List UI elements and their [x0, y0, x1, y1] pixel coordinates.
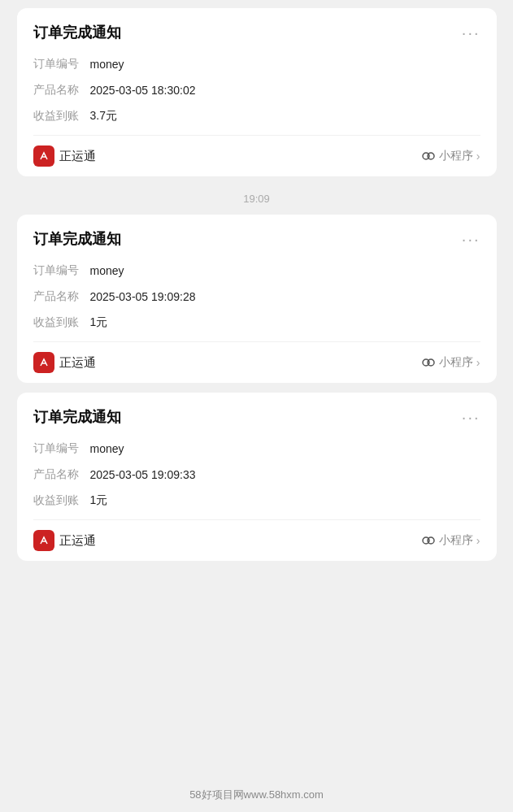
value-product-name-1: 2025-03-05 18:30:02: [90, 84, 196, 97]
label-order-id-1: 订单编号: [33, 57, 90, 72]
brand-section-3: 正运通: [33, 530, 96, 551]
label-income-3: 收益到账: [33, 493, 90, 508]
svg-point-5: [428, 359, 434, 366]
row-product-name-2: 产品名称 2025-03-05 19:09:28: [33, 289, 480, 304]
value-income-1: 3.7元: [90, 109, 117, 124]
mini-program-icon-2: [421, 355, 436, 370]
row-order-id-1: 订单编号 money: [33, 57, 480, 72]
value-income-3: 1元: [90, 493, 108, 508]
more-button-3[interactable]: ···: [462, 408, 480, 427]
card-header-3: 订单完成通知 ···: [33, 407, 480, 427]
notification-card-3: 订单完成通知 ··· 订单编号 money 产品名称 2025-03-05 19…: [17, 393, 497, 561]
mini-program-icon-1: [421, 149, 436, 163]
row-order-id-2: 订单编号 money: [33, 263, 480, 278]
row-income-1: 收益到账 3.7元: [33, 109, 480, 124]
brand-name-3: 正运通: [59, 533, 96, 549]
card-footer-3: 正运通 小程序 ›: [33, 519, 480, 561]
card-footer-2: 正运通 小程序 ›: [33, 341, 480, 383]
label-order-id-2: 订单编号: [33, 263, 90, 278]
row-income-2: 收益到账 1元: [33, 315, 480, 330]
mini-program-link-3[interactable]: 小程序 ›: [421, 533, 480, 548]
value-order-id-2: money: [90, 264, 124, 277]
mini-program-icon-3: [421, 533, 436, 548]
label-product-name-1: 产品名称: [33, 83, 90, 98]
value-product-name-3: 2025-03-05 19:09:33: [90, 468, 196, 481]
row-income-3: 收益到账 1元: [33, 493, 480, 508]
value-income-2: 1元: [90, 315, 108, 330]
chevron-right-icon-3: ›: [476, 534, 480, 547]
more-button-2[interactable]: ···: [462, 230, 480, 249]
notification-card-2: 订单完成通知 ··· 订单编号 money 产品名称 2025-03-05 19…: [17, 215, 497, 383]
brand-logo-1: [33, 145, 54, 167]
card-title-2: 订单完成通知: [33, 229, 121, 249]
card-footer-1: 正运通 小程序 ›: [33, 135, 480, 176]
watermark: 58好项目网www.58hxm.com: [0, 784, 513, 805]
mini-program-label-3: 小程序: [439, 533, 473, 548]
label-income-1: 收益到账: [33, 109, 90, 124]
card-title-1: 订单完成通知: [33, 23, 121, 42]
svg-point-2: [428, 153, 434, 159]
brand-logo-3: [33, 530, 54, 551]
chevron-right-icon-1: ›: [476, 150, 480, 163]
mini-program-link-2[interactable]: 小程序 ›: [421, 355, 480, 370]
label-income-2: 收益到账: [33, 315, 90, 330]
mini-program-label-1: 小程序: [439, 149, 473, 163]
timestamp-divider: 19:09: [243, 193, 270, 205]
label-order-id-3: 订单编号: [33, 441, 90, 456]
notification-card-1: 订单完成通知 ··· 订单编号 money 产品名称 2025-03-05 18…: [17, 8, 497, 176]
brand-name-1: 正运通: [59, 149, 96, 164]
label-product-name-3: 产品名称: [33, 467, 90, 482]
row-order-id-3: 订单编号 money: [33, 441, 480, 456]
brand-section-1: 正运通: [33, 145, 96, 167]
svg-point-0: [37, 149, 51, 163]
svg-point-8: [428, 537, 434, 544]
card-header-2: 订单完成通知 ···: [33, 229, 480, 249]
card-header-1: 订单完成通知 ···: [33, 23, 480, 42]
value-product-name-2: 2025-03-05 19:09:28: [90, 290, 196, 303]
row-product-name-1: 产品名称 2025-03-05 18:30:02: [33, 83, 480, 98]
value-order-id-1: money: [90, 58, 124, 71]
mini-program-label-2: 小程序: [439, 355, 473, 370]
label-product-name-2: 产品名称: [33, 289, 90, 304]
brand-section-2: 正运通: [33, 352, 96, 373]
svg-point-3: [37, 355, 51, 370]
row-product-name-3: 产品名称 2025-03-05 19:09:33: [33, 467, 480, 482]
value-order-id-3: money: [90, 442, 124, 455]
chevron-right-icon-2: ›: [476, 356, 480, 369]
mini-program-link-1[interactable]: 小程序 ›: [421, 149, 480, 163]
brand-name-2: 正运通: [59, 355, 96, 371]
more-button-1[interactable]: ···: [462, 24, 480, 42]
card-title-3: 订单完成通知: [33, 407, 121, 427]
svg-point-6: [37, 533, 51, 548]
brand-logo-2: [33, 352, 54, 373]
